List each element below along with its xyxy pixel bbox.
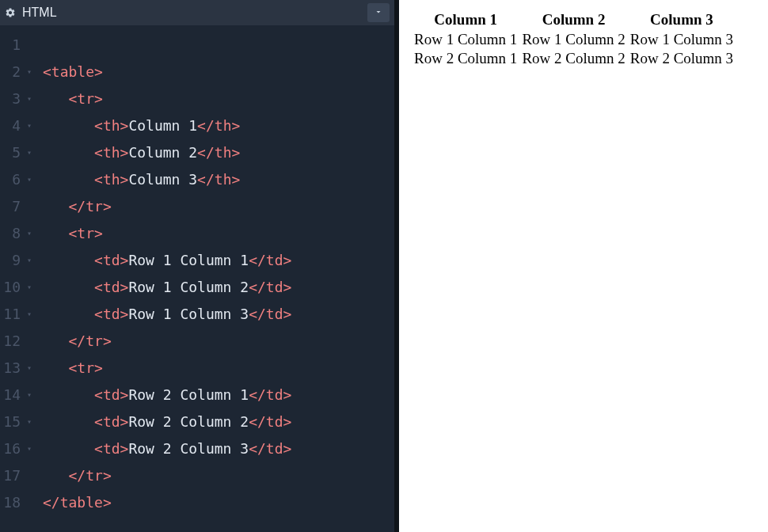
line-number: 9 [12, 247, 21, 274]
code-line[interactable]: </tr> [43, 462, 394, 489]
code-content[interactable]: <table> <tr> <th>Column 1</th> <th>Colum… [35, 32, 394, 532]
fold-caret-icon[interactable]: ▾ [24, 274, 32, 301]
code-line[interactable]: </tr> [43, 328, 394, 355]
gutter-line: 2▾ [0, 59, 32, 86]
fold-caret-icon[interactable]: ▾ [24, 301, 32, 328]
code-line[interactable]: <tr> [43, 220, 394, 247]
line-number: 10 [3, 274, 21, 301]
fold-caret-icon[interactable]: ▾ [24, 408, 32, 435]
code-line[interactable] [43, 32, 394, 59]
table-header-cell: Column 2 [519, 10, 627, 30]
code-line[interactable]: <tr> [43, 86, 394, 112]
line-number: 5 [12, 139, 21, 166]
gear-icon[interactable] [5, 7, 16, 18]
fold-caret-icon[interactable]: ▾ [24, 139, 32, 166]
fold-caret-icon[interactable]: ▾ [24, 382, 32, 408]
line-number: 15 [3, 408, 21, 435]
gutter-line: 6▾ [0, 166, 32, 193]
table-header-row: Column 1 Column 2 Column 3 [412, 10, 736, 30]
editor-header: HTML [0, 0, 394, 25]
code-line[interactable]: <td>Row 1 Column 2</td> [43, 274, 394, 301]
line-number: 4 [12, 112, 21, 139]
gutter-line: 11▾ [0, 301, 32, 328]
code-editor[interactable]: 12▾3▾4▾5▾6▾78▾9▾10▾11▾1213▾14▾15▾16▾1718… [0, 25, 394, 532]
line-number: 17 [3, 462, 21, 489]
code-line[interactable]: </table> [43, 489, 394, 516]
chevron-down-icon [374, 7, 383, 19]
fold-caret-icon[interactable]: ▾ [24, 247, 32, 274]
gutter-line: 9▾ [0, 247, 32, 274]
table-row: Row 2 Column 1 Row 2 Column 2 Row 2 Colu… [412, 49, 736, 68]
fold-caret-icon[interactable]: ▾ [24, 59, 32, 86]
table-cell: Row 1 Column 2 [519, 30, 627, 49]
gutter-line: 7 [0, 193, 32, 220]
gutter-line: 12 [0, 328, 32, 355]
editor-pane: HTML 12▾3▾4▾5▾6▾78▾9▾10▾11▾1213▾14▾15▾16… [0, 0, 394, 532]
code-line[interactable]: <table> [43, 59, 394, 86]
line-number: 3 [12, 86, 21, 112]
code-line[interactable]: <td>Row 2 Column 1</td> [43, 382, 394, 408]
table-cell: Row 2 Column 3 [628, 49, 736, 68]
gutter-line: 4▾ [0, 112, 32, 139]
gutter-line: 8▾ [0, 220, 32, 247]
code-line[interactable]: <td>Row 1 Column 3</td> [43, 301, 394, 328]
line-number: 11 [3, 301, 21, 328]
line-number: 1 [12, 32, 21, 59]
code-line[interactable]: <td>Row 2 Column 3</td> [43, 435, 394, 462]
line-number: 14 [3, 382, 21, 408]
code-line[interactable]: <td>Row 1 Column 1</td> [43, 247, 394, 274]
editor-title: HTML [22, 6, 361, 20]
fold-caret-icon[interactable]: ▾ [24, 112, 32, 139]
fold-caret-icon[interactable]: ▾ [24, 435, 32, 462]
gutter-line: 17 [0, 462, 32, 489]
gutter-line: 16▾ [0, 435, 32, 462]
gutter-line: 14▾ [0, 382, 32, 408]
fold-caret-icon[interactable]: ▾ [24, 220, 32, 247]
fold-caret-icon[interactable]: ▾ [24, 355, 32, 382]
line-number: 8 [12, 220, 21, 247]
gutter-line: 3▾ [0, 86, 32, 112]
line-number: 18 [3, 489, 21, 516]
table-cell: Row 1 Column 1 [412, 30, 519, 49]
table-header-cell: Column 1 [412, 10, 519, 30]
code-line[interactable]: <th>Column 1</th> [43, 112, 394, 139]
table-cell: Row 2 Column 1 [412, 49, 519, 68]
table-row: Row 1 Column 1 Row 1 Column 2 Row 1 Colu… [412, 30, 736, 49]
line-number: 13 [3, 355, 21, 382]
table-cell: Row 2 Column 2 [519, 49, 627, 68]
preview-table: Column 1 Column 2 Column 3 Row 1 Column … [412, 10, 736, 68]
code-line[interactable]: </tr> [43, 193, 394, 220]
code-line[interactable]: <th>Column 3</th> [43, 166, 394, 193]
editor-dropdown-button[interactable] [367, 3, 390, 22]
table-header-cell: Column 3 [628, 10, 736, 30]
line-number: 16 [3, 435, 21, 462]
fold-caret-icon[interactable]: ▾ [24, 166, 32, 193]
line-number: 6 [12, 166, 21, 193]
code-line[interactable]: <th>Column 2</th> [43, 139, 394, 166]
line-number: 2 [12, 59, 21, 86]
table-cell: Row 1 Column 3 [628, 30, 736, 49]
line-number: 12 [3, 328, 21, 355]
line-gutter: 12▾3▾4▾5▾6▾78▾9▾10▾11▾1213▾14▾15▾16▾1718 [0, 32, 35, 532]
code-line[interactable]: <tr> [43, 355, 394, 382]
fold-caret-icon[interactable]: ▾ [24, 86, 32, 112]
gutter-line: 18 [0, 489, 32, 516]
gutter-line: 15▾ [0, 408, 32, 435]
code-line[interactable]: <td>Row 2 Column 2</td> [43, 408, 394, 435]
gutter-line: 1 [0, 32, 32, 59]
gutter-line: 10▾ [0, 274, 32, 301]
preview-pane: Column 1 Column 2 Column 3 Row 1 Column … [399, 0, 768, 532]
gutter-line: 13▾ [0, 355, 32, 382]
gutter-line: 5▾ [0, 139, 32, 166]
line-number: 7 [12, 193, 21, 220]
